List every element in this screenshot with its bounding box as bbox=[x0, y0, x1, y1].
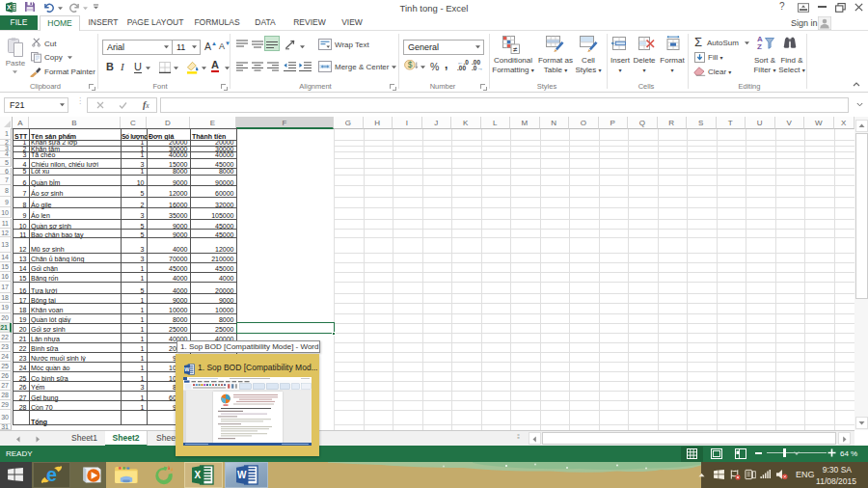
svg-text:≠: ≠ bbox=[513, 45, 518, 54]
svg-text:X: X bbox=[194, 470, 201, 480]
svg-text:$: $ bbox=[408, 60, 413, 69]
svg-text:W: W bbox=[237, 470, 247, 480]
svg-text:W: W bbox=[184, 366, 190, 372]
